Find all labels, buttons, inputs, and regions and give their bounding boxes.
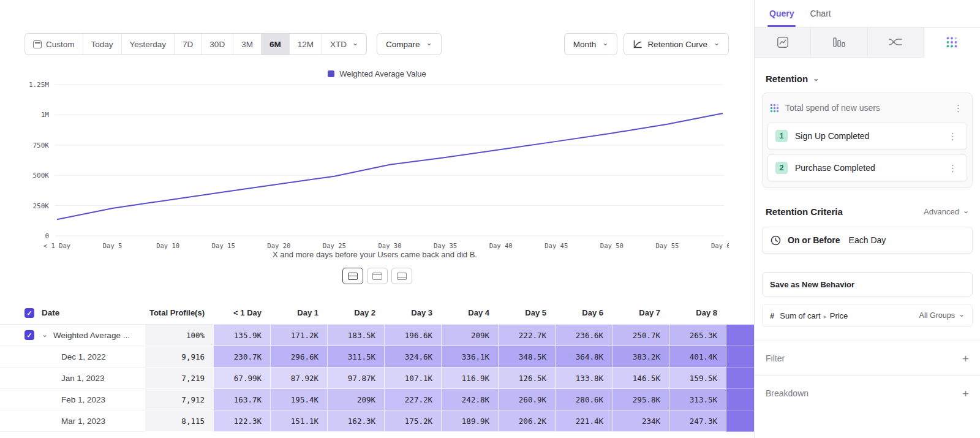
measure-row[interactable]: # Sum of cart Price All Groups: [762, 304, 973, 327]
retention-value-cell: 260.9K: [498, 389, 555, 410]
retention-value-cell: 146.5K: [612, 368, 669, 389]
next-column-peek: [726, 325, 754, 346]
footer-row-icon: [397, 273, 407, 280]
table-row[interactable]: Feb 1, 20237,912163.7K195.4K209K227.2K24…: [0, 389, 754, 410]
funnels-chart-button[interactable]: [811, 28, 867, 58]
row-label: Weighted Average ...: [53, 331, 130, 340]
table-row[interactable]: Mar 1, 20238,115122.3K151.1K162.3K175.2K…: [0, 410, 754, 432]
measure-aggregation: Sum of cart: [780, 311, 820, 320]
retention-value-cell: 116.9K: [441, 368, 498, 389]
date-range-picker: CustomTodayYesterday7D30D3M6M12MXTD: [24, 33, 367, 55]
retention-value-cell: 171.2K: [270, 325, 327, 346]
retention-chart-button[interactable]: [924, 28, 980, 58]
toolbar: CustomTodayYesterday7D30D3M6M12MXTD Comp…: [24, 33, 729, 55]
row-label-cell[interactable]: Dec 1, 2022: [0, 346, 145, 368]
row-label-cell[interactable]: Weighted Average ...: [0, 325, 145, 346]
x-tick-label: Day 45: [545, 242, 568, 249]
layout-header-row-button[interactable]: [367, 268, 388, 284]
table-row[interactable]: Weighted Average ...100%135.9K171.2K183.…: [0, 325, 754, 346]
y-tick-label: 0: [45, 232, 49, 240]
add-breakdown-button[interactable]: [962, 388, 969, 399]
row-label-cell[interactable]: Mar 1, 2023: [0, 410, 145, 432]
column-header[interactable]: Day 2: [327, 301, 384, 324]
layout-footer-row-button[interactable]: [391, 268, 412, 284]
retention-value-cell: 247.3K: [669, 410, 726, 432]
range-7d[interactable]: 7D: [175, 34, 202, 55]
layout-split-rows-button[interactable]: [342, 268, 363, 284]
tab-query[interactable]: Query: [769, 9, 794, 18]
flows-chart-button[interactable]: [868, 28, 924, 58]
table-row[interactable]: Dec 1, 20229,916230.7K296.6K311.5K324.6K…: [0, 346, 754, 368]
chevron-down-icon: [714, 40, 720, 48]
split-rows-icon: [348, 273, 358, 280]
retention-value-cell: 206.2K: [498, 410, 555, 432]
criteria-condition[interactable]: On or Before Each Day: [762, 227, 973, 254]
save-behavior-button[interactable]: Save as New Behavior: [762, 272, 973, 296]
column-header[interactable]: < 1 Day: [213, 301, 270, 324]
retention-value-cell: 280.6K: [555, 389, 612, 410]
range-xtd[interactable]: XTD: [322, 34, 366, 55]
kebab-menu-icon[interactable]: [946, 132, 959, 141]
range-3m[interactable]: 3M: [233, 34, 262, 55]
column-header[interactable]: Day 1: [270, 301, 327, 324]
expand-chevron-icon[interactable]: [42, 331, 48, 340]
behavior-dots-icon: [770, 104, 779, 113]
column-header[interactable]: Day 5: [498, 301, 555, 324]
view-selector-button[interactable]: Retention Curve: [624, 33, 729, 55]
column-header[interactable]: Total Profile(s): [145, 301, 213, 324]
range-6m[interactable]: 6M: [262, 34, 290, 55]
query-sidebar: Query Chart: [754, 0, 980, 438]
step-index-badge: 2: [775, 162, 788, 174]
numeric-property-icon: #: [770, 311, 774, 320]
y-tick-label: 250K: [33, 202, 50, 210]
retention-value-cell: 209K: [441, 325, 498, 346]
range-today[interactable]: Today: [83, 34, 122, 55]
range-custom[interactable]: Custom: [25, 34, 83, 55]
retention-line-chart: 0250K500K750K1M1.25M< 1 DayDay 5Day 10Da…: [21, 78, 729, 257]
header-row-icon: [372, 273, 382, 280]
compare-button[interactable]: Compare: [377, 33, 442, 55]
advanced-dropdown[interactable]: Advanced: [924, 207, 969, 216]
retention-section-dropdown[interactable]: Retention: [766, 74, 980, 84]
calendar-icon: [33, 40, 42, 48]
range-30d[interactable]: 30D: [202, 34, 233, 55]
range-12m[interactable]: 12M: [290, 34, 322, 55]
bar-chart-icon: [832, 36, 846, 48]
insights-chart-button[interactable]: [755, 28, 811, 58]
retention-value-cell: 175.2K: [384, 410, 441, 432]
x-tick-label: Day 20: [267, 242, 290, 249]
select-all-checkbox[interactable]: [24, 308, 34, 318]
row-label-cell[interactable]: Jan 1, 2023: [0, 368, 145, 389]
kebab-menu-icon[interactable]: [946, 164, 959, 173]
column-header-peek: [726, 301, 754, 324]
column-header[interactable]: Day 4: [441, 301, 498, 324]
retention-value-cell: 230.7K: [213, 346, 270, 368]
retention-value-cell: 383.2K: [612, 346, 669, 368]
retention-value-cell: 364.8K: [555, 346, 612, 368]
behavior-step[interactable]: 1Sign Up Completed: [767, 123, 967, 149]
column-header[interactable]: Date: [0, 301, 145, 324]
retention-value-cell: 311.5K: [327, 346, 384, 368]
kebab-menu-icon[interactable]: [952, 104, 965, 113]
table-layout-toggles: [0, 268, 754, 284]
behavior-step[interactable]: 2Purchase Completed: [767, 154, 967, 181]
retention-value-cell: 250.7K: [612, 325, 669, 346]
range-yesterday[interactable]: Yesterday: [122, 34, 175, 55]
chevron-down-icon: [352, 40, 358, 48]
breakdown-label: Breakdown: [766, 388, 809, 398]
column-header[interactable]: Day 3: [384, 301, 441, 324]
retention-value-cell: 159.5K: [669, 368, 726, 389]
groups-dropdown[interactable]: All Groups: [919, 311, 965, 320]
retention-value-cell: 196.6K: [384, 325, 441, 346]
retention-value-cell: 189.9K: [441, 410, 498, 432]
column-header[interactable]: Day 7: [612, 301, 669, 324]
column-header[interactable]: Day 6: [555, 301, 612, 324]
row-label-cell[interactable]: Feb 1, 2023: [0, 389, 145, 410]
column-header[interactable]: Day 8: [669, 301, 726, 324]
tab-chart[interactable]: Chart: [810, 9, 831, 18]
add-filter-button[interactable]: [962, 353, 969, 364]
table-row[interactable]: Jan 1, 20237,21967.99K87.92K97.87K107.1K…: [0, 368, 754, 389]
row-checkbox[interactable]: [24, 330, 34, 340]
granularity-button[interactable]: Month: [564, 33, 618, 55]
y-tick-label: 1M: [41, 111, 50, 119]
